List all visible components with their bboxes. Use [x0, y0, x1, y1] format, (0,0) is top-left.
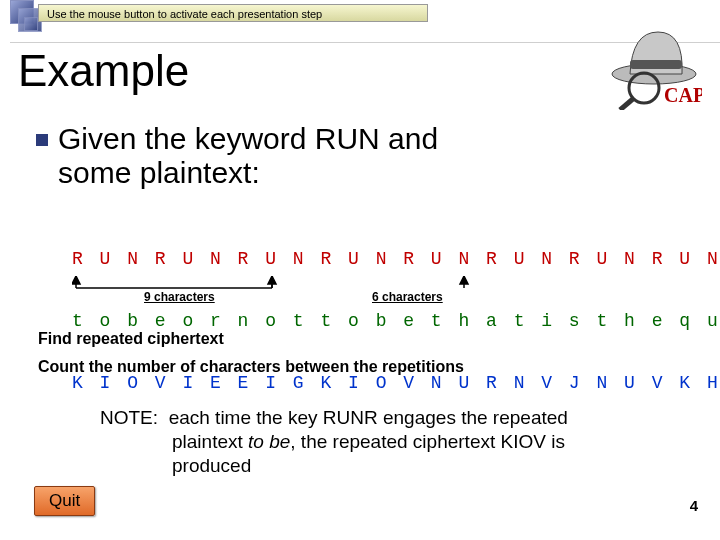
annotation-9chars: 9 characters [144, 290, 215, 304]
note-prefix: NOTE: [100, 407, 158, 428]
cap-logo: CAP [592, 18, 702, 110]
svg-line-3 [620, 98, 634, 110]
svg-rect-1 [630, 60, 682, 69]
quit-button[interactable]: Quit [34, 486, 95, 516]
note-line3: produced [100, 454, 660, 478]
page-number: 4 [690, 497, 698, 514]
svg-marker-11 [460, 276, 468, 284]
corner-decoration [10, 0, 40, 46]
lead-text: Given the keyword RUN and some plaintext… [36, 122, 690, 189]
cap-logo-text: CAP [664, 84, 702, 106]
note-line2a: plaintext [172, 431, 248, 452]
note-line2b: , the repeated ciphertext KIOV is [290, 431, 565, 452]
key-row: R U N R U N R U N R U N R U N R U N R U … [72, 248, 720, 270]
note-block: NOTE: each time the key RUNR engages the… [100, 406, 660, 477]
lead-line2: some plaintext: [58, 156, 260, 189]
lead-line1: Given the keyword RUN and [58, 122, 438, 155]
hint-bar: Use the mouse button to activate each pr… [38, 4, 428, 22]
bullet-icon [36, 134, 48, 146]
plaintext-row: t o b e o r n o t t o b e t h a t i s t … [72, 310, 720, 332]
instruction-find-repeated: Find repeated ciphertext [38, 330, 224, 348]
slide-title: Example [18, 46, 189, 96]
annotation-6chars: 6 characters [372, 290, 443, 304]
note-line2-em: to be [248, 431, 290, 452]
note-line1: each time the key RUNR engages the repea… [169, 407, 568, 428]
repeat-annotation: 9 characters 6 characters [72, 276, 672, 312]
svg-marker-7 [72, 276, 80, 284]
instruction-count-chars: Count the number of characters between t… [38, 358, 464, 376]
